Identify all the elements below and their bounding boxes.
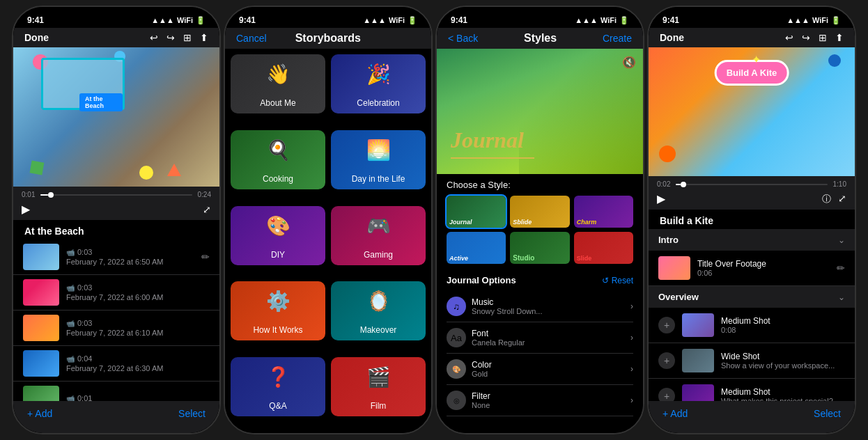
storyboard-cooking[interactable]: 🍳 Cooking [231, 130, 325, 189]
intro-title: Intro [658, 235, 679, 245]
storyboard-gaming[interactable]: 🎮 Gaming [331, 206, 426, 265]
style-sblide[interactable]: Sblide [510, 196, 569, 228]
storyboard-qa[interactable]: ❓ Q&A [231, 357, 325, 416]
gaming-icon: 🎮 [366, 214, 391, 237]
layout-icon[interactable]: ⊞ [183, 32, 192, 43]
journal-title: Journal [451, 127, 524, 153]
style-journal[interactable]: Journal [447, 196, 506, 228]
celebration-label: Celebration [331, 98, 426, 108]
time-start-1: 0:01 [22, 191, 35, 198]
done-button-1[interactable]: Done [24, 32, 49, 43]
select-button-4[interactable]: Select [814, 408, 841, 419]
undo-icon-4[interactable]: ↩ [785, 32, 793, 43]
option-music[interactable]: ♫ Music Snowy Stroll Down... › [447, 291, 633, 322]
select-button-1[interactable]: Select [178, 408, 206, 419]
about-label: About Me [231, 98, 325, 108]
mute-icon[interactable]: 🔇 [622, 56, 636, 69]
style-charm[interactable]: Charm [574, 196, 633, 228]
signal-icon-4: ▲▲▲ [786, 16, 809, 24]
style-active[interactable]: Active [447, 232, 506, 264]
clip-info-1: 📹 0:03 February 7, 2022 at 6:50 AM [59, 248, 201, 266]
clip-info-2: 📹 0:03 February 7, 2022 at 6:00 AM [59, 283, 210, 301]
clip-edit-1[interactable]: ✏ [201, 251, 210, 262]
play-button-4[interactable]: ▶ [657, 192, 665, 205]
undo-icon[interactable]: ↩ [150, 32, 158, 43]
add-scene-3[interactable]: + [658, 388, 675, 401]
status-bar-2: 9:41 ▲▲▲ WiFi 🔋 [225, 7, 431, 28]
layout-icon-4[interactable]: ⊞ [819, 32, 827, 43]
wifi-icon-4: WiFi [812, 16, 828, 24]
option-filter[interactable]: ◎ Filter None › [447, 385, 633, 416]
storyboard-film[interactable]: 🎬 Film [331, 357, 426, 416]
style-charm-name: Charm [577, 219, 597, 226]
storyboard-celebration[interactable]: 🎉 Celebration [331, 54, 426, 113]
overview-info-1: Medium Shot 0:08 [721, 316, 845, 334]
timeline-progress-1 [40, 194, 48, 196]
reset-button[interactable]: ↺ Reset [602, 276, 633, 285]
add-scene-1[interactable]: + [658, 317, 675, 333]
timeline-4[interactable] [676, 184, 827, 185]
nav-bar-2: Cancel Storyboards [225, 28, 431, 49]
intro-edit-1[interactable]: ✏ [837, 262, 845, 274]
add-button-1[interactable]: + Add [27, 408, 52, 419]
qa-icon: ❓ [266, 366, 290, 388]
nav-icons-4: ↩ ↪ ⊞ ⬆ [785, 32, 844, 43]
style-slide[interactable]: Slide [574, 232, 633, 264]
phone-3: 9:41 ▲▲▲ WiFi 🔋 < Back Styles Create Jou… [435, 6, 644, 434]
share-icon-4[interactable]: ⬆ [835, 32, 844, 43]
storyboard-diy[interactable]: 🎨 DIY [231, 206, 325, 265]
nav-bar-1: Done ↩ ↪ ⊞ ⬆ [13, 28, 219, 47]
option-font[interactable]: Aa Font Canela Regular › [447, 322, 633, 354]
howit-label: How It Works [231, 325, 325, 335]
play-button-1[interactable]: ▶ [22, 203, 30, 216]
battery-icon: 🔋 [196, 16, 206, 25]
section-title-1: At the Beach [13, 220, 219, 239]
wifi-icon: WiFi [177, 16, 193, 24]
create-button-3[interactable]: Create [603, 33, 632, 44]
info-button-4[interactable]: ⓘ [822, 193, 831, 205]
clip-item-4: 📹 0:04 February 7, 2022 at 6:30 AM [13, 346, 219, 382]
storyboard-makeover[interactable]: 🪞 Makeover [331, 281, 426, 340]
clip-date-4: February 7, 2022 at 6:30 AM [66, 364, 203, 372]
phone-2: 9:41 ▲▲▲ WiFi 🔋 Cancel Storyboards 👋 Abo… [224, 6, 433, 434]
expand-button-1[interactable]: ⤢ [203, 204, 211, 215]
video-preview-1: At the Beach [13, 47, 219, 187]
timeline-thumb-4 [681, 182, 686, 187]
overview-scene-2: + Wide Shot Show a view of your workspac… [649, 343, 855, 379]
option-color[interactable]: 🎨 Color Gold › [447, 354, 633, 385]
scenes-list-4: Intro ⌄ Title Over Footage 0:06 ✏ Overvi… [649, 229, 855, 401]
makeover-icon: 🪞 [366, 290, 391, 313]
music-icon: ♫ [447, 297, 466, 316]
battery-icon-3: 🔋 [619, 16, 629, 25]
clip-date-2: February 7, 2022 at 6:00 AM [66, 293, 203, 301]
clip-duration-4: 0:04 [77, 354, 92, 363]
status-icons-1: ▲▲▲ WiFi 🔋 [151, 16, 206, 25]
font-info: Font Canela Regular [472, 329, 630, 347]
back-button-3[interactable]: < Back [448, 33, 478, 44]
intro-section-header[interactable]: Intro ⌄ [649, 229, 855, 251]
share-icon[interactable]: ⬆ [200, 32, 208, 43]
timeline-1[interactable] [40, 194, 192, 196]
clip-video-icon-4: 📹 [66, 355, 75, 363]
beach-yellow-decoration [139, 166, 153, 180]
status-bar-3: 9:41 ▲▲▲ WiFi 🔋 [437, 7, 643, 28]
add-scene-2[interactable]: + [658, 352, 675, 369]
storyboard-day[interactable]: 🌅 Day in the Life [331, 130, 426, 189]
cancel-button-2[interactable]: Cancel [236, 33, 267, 44]
style-studio[interactable]: Studio [510, 232, 569, 264]
redo-icon[interactable]: ↪ [166, 32, 175, 43]
storyboard-about[interactable]: 👋 About Me [231, 54, 325, 113]
storyboard-howit[interactable]: ⚙️ How It Works [231, 281, 325, 340]
expand-button-4[interactable]: ⤢ [838, 193, 846, 205]
styles-video-3: Journal 🔇 [437, 49, 643, 174]
style-active-name: Active [449, 255, 468, 262]
wifi-icon-3: WiFi [600, 16, 617, 24]
add-button-4[interactable]: + Add [662, 408, 688, 419]
wifi-icon-2: WiFi [389, 16, 405, 24]
redo-icon-4[interactable]: ↪ [802, 32, 810, 43]
color-info: Color Gold [472, 360, 630, 378]
film-icon: 🎬 [366, 366, 391, 388]
nav-bar-3: < Back Styles Create [437, 28, 643, 49]
done-button-4[interactable]: Done [660, 32, 684, 43]
overview-section-header[interactable]: Overview ⌄ [649, 286, 855, 308]
